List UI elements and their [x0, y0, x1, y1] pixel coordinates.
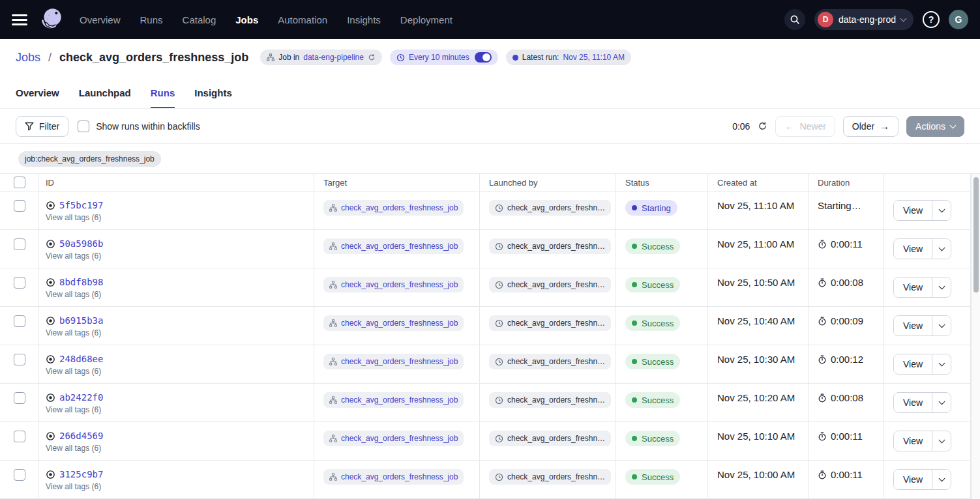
row-checkbox[interactable] [14, 200, 25, 212]
launched-by-pill[interactable]: check_avg_orders_freshn… [489, 277, 611, 292]
run-id-link[interactable]: 248d68ee [59, 354, 103, 364]
nav-item-overview[interactable]: Overview [80, 14, 121, 25]
target-pill[interactable]: check_avg_orders_freshness_job [323, 277, 464, 292]
hamburger-menu-icon[interactable] [12, 14, 27, 25]
tab-launchpad[interactable]: Launchpad [79, 76, 131, 108]
job-hierarchy-icon [329, 473, 337, 481]
view-all-tags-link[interactable]: View all tags (6) [46, 405, 101, 414]
view-run-button[interactable]: View [894, 431, 932, 451]
filter-button[interactable]: Filter [16, 116, 68, 137]
status-dot-icon [632, 282, 637, 287]
view-all-tags-link[interactable]: View all tags (6) [46, 328, 101, 337]
row-checkbox[interactable] [14, 238, 25, 250]
latest-run-link[interactable]: Nov 25, 11:10 AM [563, 53, 625, 62]
job-filter-tag[interactable]: job:check_avg_orders_freshness_job [18, 151, 161, 167]
target-pill[interactable]: check_avg_orders_freshness_job [323, 238, 464, 254]
dagster-logo-icon[interactable] [38, 6, 65, 33]
row-checkbox[interactable] [14, 354, 25, 365]
view-dropdown-button[interactable] [932, 239, 951, 259]
view-run-button[interactable]: View [894, 393, 932, 412]
view-dropdown-button[interactable] [932, 316, 951, 335]
launched-by-pill[interactable]: check_avg_orders_freshn… [489, 392, 611, 408]
user-avatar[interactable]: G [949, 10, 968, 29]
tab-insights[interactable]: Insights [194, 76, 232, 108]
target-pill[interactable]: check_avg_orders_freshness_job [323, 392, 464, 408]
launched-by-pill[interactable]: check_avg_orders_freshn… [489, 238, 611, 254]
view-all-tags-link[interactable]: View all tags (6) [46, 213, 101, 222]
row-checkbox[interactable] [14, 277, 25, 289]
primary-navigation: OverviewRunsCatalogJobsAutomationInsight… [80, 14, 453, 25]
pipeline-link[interactable]: data-eng-pipeline [303, 53, 364, 62]
stopwatch-icon [818, 393, 827, 403]
schedule-toggle[interactable] [475, 52, 492, 63]
target-pill[interactable]: check_avg_orders_freshness_job [323, 469, 464, 485]
view-all-tags-link[interactable]: View all tags (6) [46, 251, 101, 261]
status-dot-icon [632, 436, 637, 441]
view-dropdown-button[interactable] [932, 470, 951, 489]
search-icon[interactable] [784, 9, 805, 30]
nav-item-jobs[interactable]: Jobs [235, 14, 258, 25]
older-button[interactable]: Older → [843, 116, 898, 137]
launched-by-pill[interactable]: check_avg_orders_freshn… [489, 431, 611, 446]
tab-overview[interactable]: Overview [16, 76, 59, 108]
view-dropdown-button[interactable] [932, 354, 951, 374]
nav-item-catalog[interactable]: Catalog [183, 14, 216, 25]
nav-item-deployment[interactable]: Deployment [400, 14, 453, 25]
deployment-switcher[interactable]: D data-eng-prod [814, 9, 913, 30]
view-all-tags-link[interactable]: View all tags (6) [46, 482, 101, 491]
view-split-button: View [893, 354, 951, 375]
view-run-button[interactable]: View [894, 201, 932, 220]
refresh-icon[interactable] [758, 121, 767, 131]
created-at-value: Nov 25, 10:30 AM [708, 345, 809, 383]
launched-by-pill[interactable]: check_avg_orders_freshn… [489, 469, 611, 485]
duration-value: 0:00:08 [818, 392, 883, 403]
row-checkbox[interactable] [14, 469, 25, 481]
stopwatch-icon [818, 432, 827, 441]
launched-by-pill[interactable]: check_avg_orders_freshn… [489, 200, 611, 216]
view-run-button[interactable]: View [894, 316, 932, 335]
run-id-link[interactable]: 3125c9b7 [59, 469, 103, 479]
scrollbar-thumb[interactable] [973, 177, 979, 292]
reload-icon[interactable] [368, 53, 376, 61]
run-id-link[interactable]: 8bdf8b98 [59, 277, 103, 287]
view-dropdown-button[interactable] [932, 201, 951, 220]
target-pill[interactable]: check_avg_orders_freshness_job [323, 200, 464, 216]
backfills-label: Show runs within backfills [96, 121, 200, 132]
run-id-link[interactable]: 5f5bc197 [59, 200, 103, 210]
backfills-checkbox[interactable] [78, 121, 89, 132]
view-run-button[interactable]: View [894, 470, 932, 489]
view-dropdown-button[interactable] [932, 393, 951, 412]
row-checkbox[interactable] [14, 392, 25, 404]
launched-by-pill[interactable]: check_avg_orders_freshn… [489, 354, 611, 369]
run-id-link[interactable]: 50a5986b [59, 238, 103, 249]
view-run-button[interactable]: View [894, 239, 932, 259]
actions-button[interactable]: Actions [906, 116, 964, 137]
target-pill[interactable]: check_avg_orders_freshness_job [323, 315, 464, 331]
row-checkbox[interactable] [14, 431, 25, 442]
target-pill[interactable]: check_avg_orders_freshness_job [323, 431, 464, 446]
nav-item-runs[interactable]: Runs [140, 14, 163, 25]
target-pill[interactable]: check_avg_orders_freshness_job [323, 354, 464, 369]
view-dropdown-button[interactable] [932, 431, 951, 451]
help-icon[interactable]: ? [923, 11, 940, 28]
breadcrumb-jobs-link[interactable]: Jobs [16, 51, 40, 64]
view-run-button[interactable]: View [894, 354, 932, 374]
status-badge: Starting [625, 200, 677, 216]
nav-item-automation[interactable]: Automation [278, 14, 327, 25]
row-checkbox[interactable] [14, 315, 25, 327]
nav-item-insights[interactable]: Insights [347, 14, 381, 25]
tab-runs[interactable]: Runs [151, 76, 175, 108]
select-all-checkbox[interactable] [14, 177, 25, 188]
view-all-tags-link[interactable]: View all tags (6) [46, 290, 101, 299]
run-id-link[interactable]: 266d4569 [59, 431, 103, 441]
newer-button[interactable]: ← Newer [775, 116, 835, 137]
created-at-value: Nov 25, 10:10 AM [708, 422, 809, 460]
run-id-link[interactable]: ab2422f0 [59, 392, 103, 403]
run-target-icon [46, 470, 55, 479]
view-run-button[interactable]: View [894, 278, 932, 297]
run-id-link[interactable]: b6915b3a [59, 315, 103, 326]
view-all-tags-link[interactable]: View all tags (6) [46, 444, 101, 453]
view-dropdown-button[interactable] [932, 278, 951, 297]
view-all-tags-link[interactable]: View all tags (6) [46, 367, 101, 376]
launched-by-pill[interactable]: check_avg_orders_freshn… [489, 315, 611, 331]
